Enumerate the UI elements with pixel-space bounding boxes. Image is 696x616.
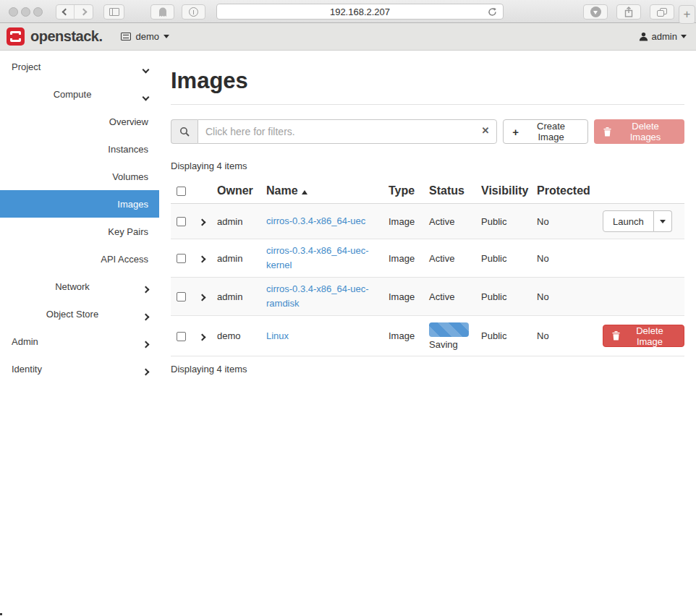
project-list-icon bbox=[121, 33, 131, 40]
sidebar-item-api-access[interactable]: API Access bbox=[0, 245, 159, 273]
chevron-down-icon bbox=[143, 67, 150, 74]
column-header-status[interactable]: Status bbox=[429, 184, 481, 197]
forward-button[interactable] bbox=[75, 5, 93, 19]
status-cell: Active bbox=[429, 216, 481, 227]
status-progress: Saving bbox=[429, 322, 481, 350]
info-circle-icon bbox=[189, 7, 198, 17]
delete-images-label: Delete Images bbox=[616, 121, 675, 142]
sidebar-item-project[interactable]: Project bbox=[0, 53, 159, 80]
sidebar-item-network[interactable]: Network bbox=[0, 273, 159, 300]
openstack-logo-icon bbox=[7, 27, 25, 46]
row-checkbox[interactable] bbox=[177, 292, 186, 301]
visibility-cell: Public bbox=[481, 330, 537, 341]
type-cell: Image bbox=[389, 253, 429, 264]
project-switcher[interactable]: demo bbox=[121, 31, 169, 42]
visibility-cell: Public bbox=[481, 291, 537, 302]
new-tab-button[interactable]: + bbox=[679, 5, 695, 24]
row-checkbox[interactable] bbox=[177, 332, 186, 341]
column-header-visibility[interactable]: Visibility bbox=[481, 184, 537, 197]
tab-overview-button[interactable] bbox=[650, 4, 674, 20]
image-name-link[interactable]: cirros-0.3.4-x86_64-uec bbox=[266, 215, 365, 226]
row-actions-dropdown-button[interactable] bbox=[654, 210, 672, 232]
password-extension-button[interactable] bbox=[182, 4, 205, 20]
column-header-protected[interactable]: Protected bbox=[537, 184, 600, 197]
screen-corner-artifact bbox=[0, 613, 2, 615]
chevron-down-icon bbox=[164, 35, 169, 38]
tabs-icon bbox=[657, 8, 667, 17]
expand-row-icon[interactable] bbox=[199, 333, 206, 341]
image-name-link[interactable]: Linux bbox=[266, 330, 289, 341]
url-text: 192.168.2.207 bbox=[330, 7, 390, 17]
brand[interactable]: openstack. bbox=[0, 27, 102, 46]
back-button[interactable] bbox=[56, 5, 75, 19]
sidebar-item-label: Project bbox=[12, 61, 41, 72]
sidebar-item-volumes[interactable]: Volumes bbox=[0, 163, 159, 190]
type-cell: Image bbox=[389, 330, 429, 341]
address-bar[interactable]: 192.168.2.207 bbox=[216, 4, 504, 20]
sidebar-item-label: Network bbox=[55, 281, 90, 292]
chevron-down-icon bbox=[681, 35, 687, 38]
history-nav-group bbox=[56, 4, 93, 20]
launch-split-button: Launch bbox=[603, 210, 672, 232]
item-count-top: Displaying 4 items bbox=[171, 161, 684, 171]
chevron-right-icon bbox=[143, 286, 150, 294]
sidebar-item-images[interactable]: Images bbox=[0, 190, 159, 218]
column-header-owner[interactable]: Owner bbox=[217, 184, 266, 197]
image-name-link[interactable]: cirros-0.3.4-x86_64-uec-kernel bbox=[266, 245, 369, 270]
table-row: admin cirros-0.3.4-x86_64-uec-ramdisk Im… bbox=[171, 278, 684, 316]
sidebar-item-object-store[interactable]: Object Store bbox=[0, 300, 159, 328]
user-menu[interactable]: admin bbox=[639, 31, 687, 42]
close-window-button[interactable] bbox=[9, 7, 18, 17]
row-checkbox[interactable] bbox=[177, 254, 186, 263]
image-name-link[interactable]: cirros-0.3.4-x86_64-uec-ramdisk bbox=[266, 283, 369, 309]
sidebar-item-label: Admin bbox=[12, 336, 38, 347]
filter-search-button[interactable] bbox=[171, 119, 198, 144]
owner-cell: admin bbox=[217, 216, 266, 227]
sidebar-item-label: Key Pairs bbox=[108, 226, 148, 237]
clear-filter-icon[interactable]: ✕ bbox=[481, 126, 489, 135]
row-checkbox[interactable] bbox=[177, 217, 186, 226]
ghostery-extension-button[interactable] bbox=[150, 4, 174, 20]
minimize-window-button[interactable] bbox=[21, 7, 30, 17]
delete-image-button[interactable]: Delete Image bbox=[603, 325, 684, 347]
expand-row-icon[interactable] bbox=[199, 219, 206, 226]
owner-cell: admin bbox=[217, 291, 266, 302]
downloads-button[interactable] bbox=[583, 4, 608, 20]
filter-input[interactable] bbox=[198, 119, 497, 144]
sidebar-item-instances[interactable]: Instances bbox=[0, 135, 159, 163]
chevron-right-icon bbox=[143, 369, 150, 376]
sidebar-item-admin[interactable]: Admin bbox=[0, 328, 159, 355]
sidebar-item-key-pairs[interactable]: Key Pairs bbox=[0, 218, 159, 245]
expand-row-icon[interactable] bbox=[199, 294, 206, 301]
sidebar-item-label: API Access bbox=[101, 254, 148, 265]
launch-button[interactable]: Launch bbox=[603, 210, 654, 232]
browser-sidebar-button[interactable] bbox=[103, 4, 124, 20]
sidebar-item-label: Object Store bbox=[46, 309, 98, 320]
column-header-type[interactable]: Type bbox=[389, 184, 429, 197]
browser-toolbar: 192.168.2.207 + bbox=[0, 0, 696, 23]
table-row: demo Linux Image Saving Public No bbox=[171, 316, 684, 356]
protected-cell: No bbox=[537, 330, 600, 341]
column-header-name[interactable]: Name bbox=[266, 184, 389, 197]
delete-images-button[interactable]: Delete Images bbox=[594, 119, 684, 144]
back-icon bbox=[61, 9, 69, 16]
zoom-window-button[interactable] bbox=[33, 7, 43, 17]
select-all-checkbox[interactable] bbox=[177, 187, 186, 196]
owner-cell: admin bbox=[217, 253, 266, 264]
reload-button[interactable] bbox=[487, 7, 498, 20]
expand-row-icon[interactable] bbox=[199, 256, 206, 263]
delete-image-label: Delete Image bbox=[624, 325, 675, 347]
create-image-button[interactable]: + Create Image bbox=[503, 119, 588, 144]
share-icon bbox=[624, 7, 634, 18]
trash-icon bbox=[603, 127, 611, 137]
share-button[interactable] bbox=[616, 4, 641, 20]
sidebar-item-overview[interactable]: Overview bbox=[0, 108, 159, 135]
type-cell: Image bbox=[389, 216, 429, 227]
window-controls[interactable] bbox=[9, 7, 43, 17]
reload-icon bbox=[487, 7, 498, 17]
sidebar-item-identity[interactable]: Identity bbox=[0, 355, 159, 382]
sidebar-item-compute[interactable]: Compute bbox=[0, 80, 159, 108]
sidebar-item-label: Compute bbox=[54, 89, 92, 100]
table-row: admin cirros-0.3.4-x86_64-uec Image Acti… bbox=[171, 204, 684, 239]
protected-cell: No bbox=[537, 216, 600, 227]
